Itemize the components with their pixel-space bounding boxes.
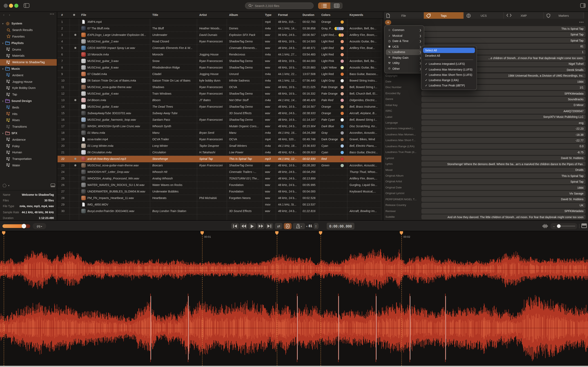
table-row[interactable]: 2106 Circulation.m4aCirculationH.Takahas…	[58, 149, 381, 156]
fast-forward-button[interactable]	[257, 223, 265, 229]
volume-slider[interactable]	[2, 224, 30, 228]
table-row[interactable]: 1006 Saison Triste On Lac of Baies.m4aSa…	[58, 77, 381, 84]
submenu-option-loudness-integrated-lufs[interactable]: ✓Loudness Integrated (LUFS)	[423, 61, 475, 67]
field-value[interactable]: Sony/ATV Music Publishing LLC	[421, 114, 586, 119]
field-value[interactable]: 0.0	[421, 144, 586, 149]
sidebar-item-materials[interactable]: Materials	[0, 53, 57, 59]
tempo-control[interactable]: ▾ 81 ▴▾	[306, 223, 318, 229]
metronome-button[interactable]: ▾	[293, 223, 305, 229]
list-view-button[interactable]	[318, 2, 330, 9]
menu-item-replay-gain[interactable]: ☀Replay Gain❯	[386, 55, 423, 60]
column-header-album[interactable]: Album	[227, 11, 263, 18]
table-row[interactable]: 15SubwayAwayTube 3D010701.wavSubway Away…	[58, 110, 381, 117]
sidebar-item-beds[interactable]: Beds	[0, 104, 57, 111]
column-header-status[interactable]	[70, 11, 79, 18]
menu-item-ucs[interactable]: ◉UCS❯	[386, 44, 423, 49]
field-value[interactable]: 1884	[421, 185, 586, 190]
sidebar-item-drums[interactable]: Drums	[0, 46, 57, 53]
skip-end-button[interactable]	[265, 223, 273, 229]
waveform-panel-toggle-icon[interactable]	[581, 224, 587, 228]
zoom-button[interactable]	[14, 4, 18, 8]
right-panel-toggle-icon[interactable]	[580, 3, 586, 8]
column-header-colors[interactable]: Colors	[319, 11, 347, 18]
sidebar-item-sound-design[interactable]: ▾Sound Design	[0, 98, 57, 104]
sidebar-item-water[interactable]: Water	[0, 162, 57, 169]
field-value[interactable]: David St. Hubbins	[421, 156, 586, 161]
column-header-num[interactable]: #	[59, 11, 70, 18]
table-row[interactable]: 22and-oh-how-they-danced.mp3StonehengeSp…	[58, 156, 381, 162]
field-value[interactable]: This is Spinal Tap	[421, 173, 586, 178]
field-value[interactable]: UK	[421, 203, 586, 208]
volume-knob[interactable]	[22, 224, 26, 228]
tab-tags[interactable]: Tags	[424, 12, 464, 19]
table-row[interactable]: 30BusyLondonTrainStn 3D014401.wavBusy Lo…	[58, 208, 381, 214]
field-value[interactable]: AA6Q72000047	[421, 108, 586, 114]
column-header-keywords[interactable]: Keywords	[347, 11, 381, 18]
table-row[interactable]: 1304 Bloom.m4aBloomJT BatesNot Other Stu…	[58, 97, 381, 103]
bottom-panel-icon[interactable]	[51, 184, 55, 187]
add-tag-button[interactable]: +	[385, 20, 391, 25]
sidebar-item-kyle-bobby-dunn[interactable]: Kyle Bobby Dunn	[0, 85, 57, 91]
table-row[interactable]: 24WHOOSH-HIT_Letter_Drop.wavWhoosh HitCi…	[58, 169, 381, 175]
close-button[interactable]	[4, 4, 8, 8]
panel-more-button[interactable]: •••	[579, 20, 584, 24]
submenu-deselect-all[interactable]: Deselect All	[423, 53, 475, 58]
table-row[interactable]: 2001 Long Winter.m4aLong WinterTaylor De…	[58, 142, 381, 149]
field-value[interactable]: -8.75	[421, 150, 586, 155]
tab-ucs[interactable]: UCS	[464, 12, 504, 19]
column-header-file[interactable]: File	[79, 11, 150, 18]
sidebar-item-favorites[interactable]: Favorites	[0, 33, 57, 40]
tab-file[interactable]: File	[384, 12, 424, 19]
tab-xmp[interactable]: XMP	[504, 12, 544, 19]
table-row[interactable]: 28PM_FN_Impacts_Heartbeat_11.wavHeartbea…	[58, 195, 381, 201]
tempo-stepper[interactable]: ▴▾	[313, 223, 318, 229]
sidebar-item-rises[interactable]: Rises	[0, 117, 57, 124]
table-row[interactable]: 25WHOOSH_Analog_Processed_Win.wavAnalog …	[58, 175, 381, 182]
sidebar-item-transitions[interactable]: Transitions	[0, 124, 57, 130]
field-value[interactable]: Druids	[421, 167, 586, 173]
sidebar-item-search-results[interactable]: Search Results	[0, 27, 57, 33]
table-row[interactable]: 207 The Bluff.m4aThe BluffHeather Woods.…	[58, 25, 381, 32]
sidebar-item-ambience[interactable]: Ambience	[0, 136, 57, 143]
table-row[interactable]: 7MUSCInst_guitar_3.wavSnowRyan Francesco…	[58, 58, 381, 64]
sidebar-item-jogging-house[interactable]: Jogging House	[0, 78, 57, 85]
menu-item-date-time[interactable]: ◷Date & Time❯	[386, 38, 423, 44]
submenu-option-loudness-max-momentary-lufs[interactable]: ✓Loudness Max Momentary (LUFS)	[423, 67, 475, 72]
tab-markers[interactable]: Markers	[544, 12, 584, 19]
menu-item-other[interactable]: ⊙Other❯	[386, 66, 423, 71]
field-value[interactable]: Stonehenge! Where the demons dwell. Wher…	[421, 161, 586, 167]
sidebar-item-welcome-to-shadowtag[interactable]: Welcome to ShadowTag	[0, 59, 57, 66]
skip-start-button[interactable]	[231, 223, 239, 229]
table-row[interactable]: 11MUSCInst_ocva-guitar-theme.wavShadowsR…	[58, 84, 381, 90]
sidebar-item-playlists[interactable]: ▾Playlists	[0, 40, 57, 46]
sidebar-item-tap[interactable]: Tap	[0, 91, 57, 98]
sidebar-more-button[interactable]: •••	[50, 12, 54, 16]
table-row[interactable]: 26WATER_WAVES_ON_ROCKS_SU-1.M.wavWater W…	[58, 182, 381, 188]
column-header-title[interactable]: Title	[150, 11, 197, 18]
table-row[interactable]: 16MUSCInst_guitar_harmonic_loop.wavSanti…	[58, 117, 381, 123]
output-device-button[interactable]: ((•)) ▾	[33, 223, 46, 229]
table-row[interactable]: 907 Citadel.m4aCitadelJogging HouseUnrun…	[58, 71, 381, 77]
field-value[interactable]: SPFKMetadata	[421, 209, 586, 214]
sidebar-item-music[interactable]: ▾Music	[0, 66, 57, 72]
minimize-button[interactable]	[9, 4, 13, 8]
grid-view-button[interactable]	[330, 2, 343, 9]
sidebar-item-transportation[interactable]: Transportation	[0, 156, 57, 162]
chevron-down-icon[interactable]: ▾	[8, 184, 9, 187]
menu-item-common[interactable]: ☆Common❯	[386, 27, 423, 33]
field-value[interactable]: SPFKMetadata	[421, 91, 586, 96]
field-value[interactable]: And oh how they danced. The little child…	[421, 215, 586, 220]
table-row[interactable]: 1801 Manu.m4aManuBryan SentiManum4a44.1 …	[58, 129, 381, 136]
zoom-slider[interactable]: ↔	[550, 223, 577, 229]
menu-item-utility[interactable]: ⚒Utility❯	[386, 60, 423, 66]
zoom-knob[interactable]	[557, 224, 561, 228]
field-value[interactable]: This Is Spinal Tap	[421, 26, 586, 31]
submenu-option-loudness-true-peak-dbtp[interactable]: ✓Loudness True Peak (dBTP)	[423, 83, 475, 88]
table-row[interactable]: 12MUSCInst_guitar_4.wavTrain WindowsRyan…	[58, 90, 381, 97]
table-row[interactable]: 14MUSCInst_guitar_5.wavThe Dead TreesRya…	[58, 103, 381, 110]
column-header-format[interactable]: Format	[276, 11, 301, 18]
play-button[interactable]	[248, 223, 256, 229]
field-value[interactable]: -18.38	[421, 132, 586, 137]
field-value[interactable]: David St. Hubbins	[421, 197, 586, 202]
filter-circle-icon[interactable]	[2, 184, 7, 188]
